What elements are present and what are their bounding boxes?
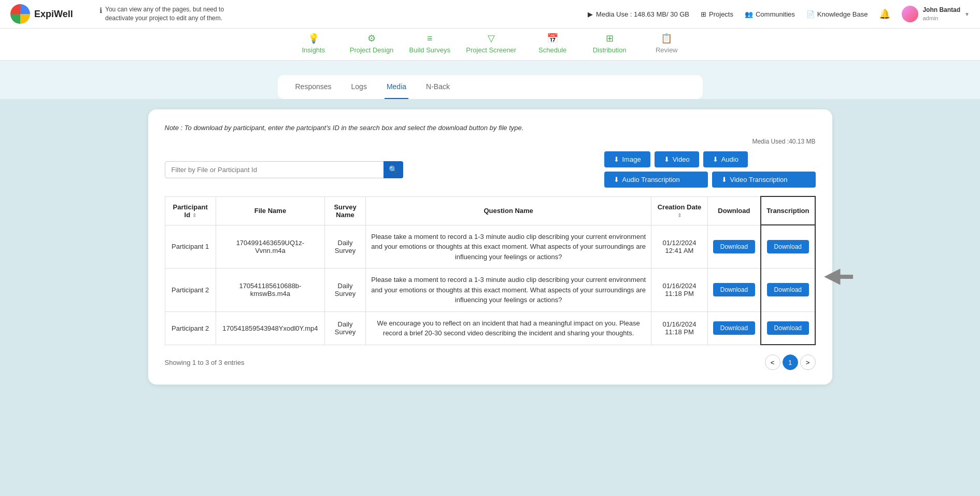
tab-responses[interactable]: Responses xyxy=(293,75,334,99)
search-input[interactable] xyxy=(165,161,403,178)
media-used-label: Media Used :40.13 MB xyxy=(165,138,816,145)
tab-insights[interactable]: 💡 Insights xyxy=(293,33,334,60)
pagination-page-1-button[interactable]: 1 xyxy=(783,355,798,370)
project-screener-icon: ▽ xyxy=(488,33,495,44)
row-transcription-download-button[interactable]: Download xyxy=(767,240,809,253)
pagination-controls: < 1 > xyxy=(765,355,816,370)
logo-area: ExpiWell xyxy=(10,4,93,24)
projects-icon: ⊞ xyxy=(701,10,706,18)
file-name-cell: 170541859543948Yxodl0Y.mp4 xyxy=(216,311,324,345)
media-use-icon: ▶ xyxy=(588,10,593,18)
note-text: Note : To download by participant, enter… xyxy=(165,124,816,132)
media-use: ▶ Media Use : 148.63 MB/ 30 GB xyxy=(588,10,689,18)
info-banner: ℹ You can view any of the pages, but nee… xyxy=(100,5,239,23)
row-transcription-download-button[interactable]: Download xyxy=(767,283,809,296)
col-header-file-name: File Name xyxy=(216,196,324,225)
notifications-bell-icon[interactable]: 🔔 xyxy=(879,8,890,20)
insights-icon: 💡 xyxy=(308,33,319,44)
svg-marker-0 xyxy=(825,269,840,285)
question-name-cell: Please take a moment to record a 1-3 min… xyxy=(366,268,651,312)
download-icon: ⬇ xyxy=(664,155,670,163)
download-image-button[interactable]: ⬇ Image xyxy=(604,151,650,167)
download-video-transcription-button[interactable]: ⬇ Video Transcription xyxy=(712,172,816,188)
tab-project-design[interactable]: ⚙ Project Design xyxy=(350,33,394,60)
tab-schedule[interactable]: 📅 Schedule xyxy=(532,33,573,60)
row-download-button[interactable]: Download xyxy=(713,321,755,335)
col-header-transcription: Transcription xyxy=(761,196,815,225)
secondary-navigation: 💡 Insights ⚙ Project Design ≡ Build Surv… xyxy=(0,29,980,61)
download-audio-button[interactable]: ⬇ Audio xyxy=(703,151,748,167)
info-text: You can view any of the pages, but need … xyxy=(105,5,239,23)
page-tabs: Responses Logs Media N-Back xyxy=(278,75,703,99)
search-button[interactable]: 🔍 xyxy=(384,161,403,178)
knowledge-base-icon: 📄 xyxy=(806,10,815,18)
download-cell: Download xyxy=(707,225,761,268)
download-buttons-group: ⬇ Image ⬇ Video ⬇ Audio ⬇ Audio xyxy=(604,151,816,188)
main-content: Note : To download by participant, enter… xyxy=(127,99,853,395)
tab-review[interactable]: 📋 Review xyxy=(646,33,687,60)
col-header-participant-id: Participant Id ⇕ xyxy=(165,196,216,225)
pagination-row: Showing 1 to 3 of 3 entries < 1 > xyxy=(165,355,816,370)
download-icon: ⬇ xyxy=(614,155,619,163)
tab-logs[interactable]: Logs xyxy=(349,75,369,99)
pagination-prev-button[interactable]: < xyxy=(765,355,780,370)
transcription-cell: Download xyxy=(761,311,815,345)
question-name-cell: We encourage you to reflect on an incide… xyxy=(366,311,651,345)
survey-name-cell: Daily Survey xyxy=(324,225,365,268)
tab-media[interactable]: Media xyxy=(385,75,408,99)
filter-row: 🔍 ⬇ Image ⬇ Video ⬇ Audio xyxy=(165,151,816,188)
table-row: Participant 2 170541859543948Yxodl0Y.mp4… xyxy=(165,311,815,345)
survey-name-cell: Daily Survey xyxy=(324,268,365,312)
creation-date-cell: 01/16/2024 11:18 PM xyxy=(651,268,708,312)
user-name: John Bantad xyxy=(922,6,960,15)
tab-project-screener[interactable]: ▽ Project Screener xyxy=(466,33,516,60)
download-cell: Download xyxy=(707,311,761,345)
arrow-indicator xyxy=(819,266,853,289)
row-download-button[interactable]: Download xyxy=(713,240,755,253)
participant-id-cell: Participant 1 xyxy=(165,225,216,268)
table-row: Participant 2 170541185610688b-kmswBs.m4… xyxy=(165,268,815,312)
survey-name-cell: Daily Survey xyxy=(324,311,365,345)
creation-date-cell: 01/12/2024 12:41 AM xyxy=(651,225,708,268)
participant-id-cell: Participant 2 xyxy=(165,311,216,345)
nav-right: ▶ Media Use : 148.63 MB/ 30 GB ⊞ Project… xyxy=(588,6,970,22)
table-row: Participant 1 1704991463659UQ1z-Vvnn.m4a… xyxy=(165,225,815,268)
avatar xyxy=(902,6,918,22)
download-icon: ⬇ xyxy=(713,155,718,163)
knowledge-base-link[interactable]: 📄 Knowledge Base xyxy=(806,10,868,18)
pagination-next-button[interactable]: > xyxy=(800,355,816,370)
build-surveys-icon: ≡ xyxy=(427,33,433,44)
logo-icon xyxy=(10,4,30,24)
user-info: John Bantad admin xyxy=(922,6,960,22)
tab-distribution[interactable]: ⊞ Distribution xyxy=(589,33,630,60)
info-icon: ℹ xyxy=(100,6,102,16)
col-header-creation-date: Creation Date ⇕ xyxy=(651,196,708,225)
svg-rect-1 xyxy=(840,275,853,279)
tab-build-surveys[interactable]: ≡ Build Surveys xyxy=(409,33,450,60)
row-transcription-download-button[interactable]: Download xyxy=(767,321,809,335)
media-table: Participant Id ⇕ File Name Survey Name Q… xyxy=(165,196,816,345)
row-download-button[interactable]: Download xyxy=(713,283,755,296)
schedule-icon: 📅 xyxy=(547,33,558,44)
col-header-download: Download xyxy=(707,196,761,225)
top-navigation: ExpiWell ℹ You can view any of the pages… xyxy=(0,0,980,29)
user-profile[interactable]: John Bantad admin ▼ xyxy=(902,6,970,22)
distribution-icon: ⊞ xyxy=(606,33,614,44)
communities-link[interactable]: 👥 Communities xyxy=(745,10,795,18)
col-header-question-name: Question Name xyxy=(366,196,651,225)
download-video-button[interactable]: ⬇ Video xyxy=(655,151,699,167)
table-wrapper: Participant Id ⇕ File Name Survey Name Q… xyxy=(165,196,816,345)
media-use-label: Media Use : 148.63 MB/ 30 GB xyxy=(596,10,689,18)
download-audio-transcription-button[interactable]: ⬇ Audio Transcription xyxy=(604,172,708,188)
file-name-cell: 1704991463659UQ1z-Vvnn.m4a xyxy=(216,225,324,268)
project-design-icon: ⚙ xyxy=(367,33,376,44)
tab-n-back[interactable]: N-Back xyxy=(424,75,452,99)
participant-id-cell: Participant 2 xyxy=(165,268,216,312)
review-icon: 📋 xyxy=(661,33,672,44)
communities-icon: 👥 xyxy=(745,10,753,18)
projects-link[interactable]: ⊞ Projects xyxy=(701,10,733,18)
transcription-cell: Download xyxy=(761,268,815,312)
download-cell: Download xyxy=(707,268,761,312)
search-wrapper: 🔍 xyxy=(165,161,403,178)
content-card: Note : To download by participant, enter… xyxy=(148,109,832,385)
